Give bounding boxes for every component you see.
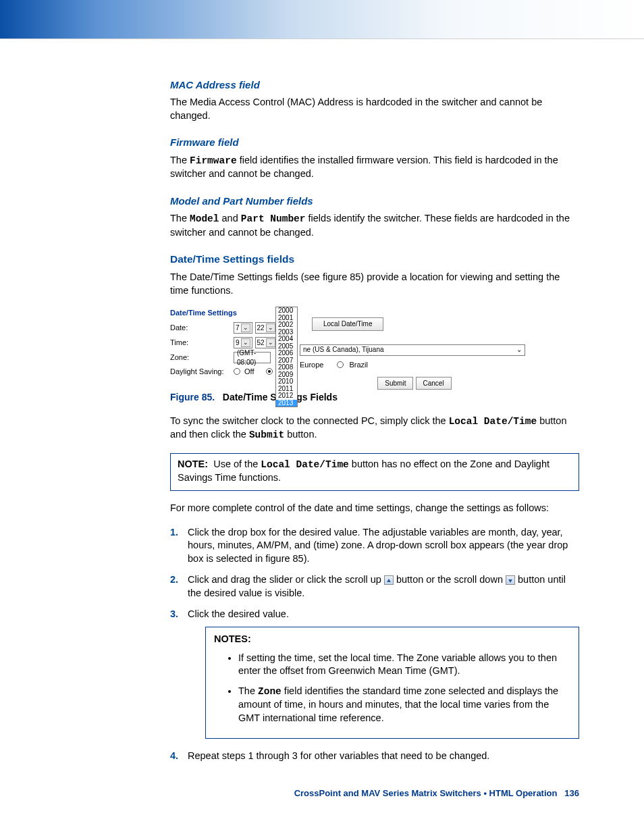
heading-model: Model and Part Number fields	[170, 194, 579, 208]
scroll-up-icon	[384, 575, 394, 585]
step-2: Click and drag the slider or click the s…	[170, 573, 579, 600]
page-content: MAC Address field The Media Access Contr…	[0, 39, 644, 826]
dst-right-row: Europe Brazil	[300, 360, 529, 370]
label-dst: Daylight Saving:	[170, 367, 231, 377]
radio-off[interactable]	[234, 368, 240, 375]
minute-select[interactable]: 52⌄	[255, 337, 277, 348]
submit-button[interactable]: Submit	[377, 377, 413, 390]
datetime-form-screenshot: Date/Time Settings Date: 7⌄ 22⌄ Time: 9⌄…	[170, 307, 527, 384]
zone-wide-select[interactable]: ne (US & Canada), Tijuana ⌄	[300, 344, 525, 356]
chevron-down-icon: ⌄	[266, 338, 275, 347]
note-label: NOTE:	[178, 459, 208, 469]
para-model: The Model and Part Number fields identif…	[170, 212, 579, 239]
chevron-down-icon: ⌄	[516, 345, 522, 355]
step-4: Repeat steps 1 through 3 for other varia…	[170, 750, 579, 763]
notes-bullet-2: The Zone field identifies the standard t…	[238, 685, 570, 725]
heading-datetime: Date/Time Settings fields	[170, 253, 579, 267]
para-mac: The Media Access Control (MAC) Address i…	[170, 96, 579, 122]
notes-box: NOTES: If setting the time, set the loca…	[205, 627, 579, 739]
steps-list: Click the drop box for the desired value…	[170, 526, 579, 763]
scroll-down-icon	[506, 575, 515, 585]
dst-off-label: Off	[244, 367, 254, 377]
label-time: Time:	[170, 338, 231, 348]
radio-usa[interactable]	[266, 368, 273, 375]
top-gradient-bar	[0, 0, 644, 39]
label-zone: Zone:	[170, 353, 231, 363]
chevron-down-icon: ⌄	[241, 338, 250, 347]
section-model: Model and Part Number fields The Model a…	[170, 194, 579, 239]
local-datetime-button[interactable]: Local Date/Time	[312, 317, 383, 331]
notes-bullet-1: If setting the time, set the local time.…	[238, 652, 570, 678]
step-3: Click the desired value. NOTES: If setti…	[170, 608, 579, 739]
radio-brazil[interactable]	[337, 361, 344, 368]
day-select[interactable]: 22⌄	[255, 322, 277, 334]
note-box-1: NOTE: Use of the Local Date/Time button …	[170, 453, 579, 491]
para-sync: To sync the switcher clock to the connec…	[170, 415, 579, 442]
step-1: Click the drop box for the desired value…	[170, 526, 579, 566]
year-dropdown-list[interactable]: 2000 2001 2002 2003 2004 2005 2006 2007 …	[275, 307, 298, 407]
dst-brazil-label: Brazil	[349, 360, 368, 370]
code-firmware: Firmware	[190, 155, 237, 166]
chevron-down-icon: ⌄	[266, 323, 275, 332]
zone-short-box[interactable]: (GMT-08:00)	[234, 352, 271, 363]
year-option-selected[interactable]: 2013	[276, 400, 297, 407]
section-mac: MAC Address field The Media Access Contr…	[170, 78, 579, 122]
page-footer: CrossPoint and MAV Series Matrix Switche…	[170, 787, 579, 800]
form-right-column: Local Date/Time ne (US & Canada), Tijuan…	[300, 317, 529, 390]
chevron-down-icon: ⌄	[241, 323, 250, 332]
heading-firmware: Firmware field	[170, 136, 579, 149]
cancel-button[interactable]: Cancel	[416, 377, 452, 390]
notes-label: NOTES:	[214, 633, 570, 646]
label-date: Date:	[170, 323, 231, 333]
para-datetime-intro: The Date/Time Settings fields (see figur…	[170, 271, 579, 297]
para-more-intro: For more complete control of the date an…	[170, 502, 579, 515]
section-firmware: Firmware field The Firmware field identi…	[170, 136, 579, 180]
section-datetime: Date/Time Settings fields The Date/Time …	[170, 253, 579, 763]
month-select[interactable]: 7⌄	[234, 322, 252, 334]
hour-select[interactable]: 9⌄	[234, 337, 252, 348]
heading-mac: MAC Address field	[170, 78, 579, 92]
para-firmware: The Firmware field identifies the instal…	[170, 154, 579, 181]
dst-europe-label: Europe	[300, 360, 323, 370]
figure-caption: Figure 85. Date/Time Settings Fields	[170, 391, 579, 404]
form-title: Date/Time Settings	[170, 308, 527, 318]
